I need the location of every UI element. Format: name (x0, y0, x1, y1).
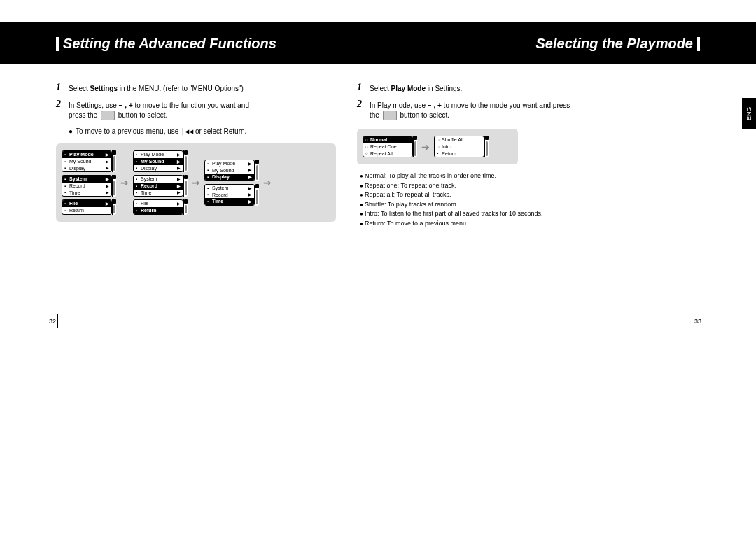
flow-arrow-icon: ➔ (192, 177, 200, 188)
jog-button-icon (383, 111, 397, 120)
flow-arrow-icon: ➔ (263, 177, 272, 188)
description-list: Normal: To play all the tracks in order … (357, 171, 623, 228)
step-2: 2 In Settings, use − , + to move to the … (56, 101, 336, 120)
page-divider-icon (692, 314, 692, 328)
menu-screen: ▪Play Mode▶ ▪My Sound▶ ▪Display▶ (133, 150, 188, 172)
title-bar-icon (56, 37, 59, 51)
menu-panel: ▪Play Mode▶ ▪My Sound▶ ▪Display▶ ▪System… (56, 143, 336, 222)
step-1: 1 Select Settings in the MENU. (refer to… (56, 84, 336, 94)
sub-note: ●To move to a previous menu, use |◀◀ or … (56, 127, 336, 135)
step-number: 2 (56, 99, 61, 110)
menu-screen: ▪File▶ ▪Return (62, 199, 116, 214)
menu-screen: ▪System▶ ▪Record▶ ▪Time▶ (204, 184, 259, 206)
step-number: 1 (56, 82, 61, 93)
header-band: Setting the Advanced Functions Selecting… (0, 22, 756, 64)
language-tab: ENG (742, 98, 756, 129)
jog-button-icon (101, 111, 115, 120)
left-title: Setting the Advanced Functions (56, 36, 276, 52)
page-divider-icon (57, 314, 58, 328)
menu-screen: ○Shuffle All ○Intro ▪Return (434, 136, 489, 157)
right-title: Selecting the Playmode (536, 36, 700, 52)
menu-screen: ○Normal ○Repeat One ○Repeat All (363, 136, 417, 157)
step-1: 1 Select Play Mode in Settings. (357, 84, 623, 94)
menu-screen: ▪File▶ ▪Return (133, 199, 188, 214)
page-number-left: 32 (49, 318, 56, 325)
menu-screen: ▪Play Mode▶ ▪My Sound▶ ▪Display▶ (62, 150, 116, 172)
flow-arrow-icon: ➔ (120, 177, 129, 188)
title-bar-icon (697, 37, 700, 51)
flow-arrow-icon: ➔ (421, 141, 430, 153)
step-2: 2 In Play mode, use − , + to move to the… (357, 101, 623, 120)
rewind-icon: |◀◀ (181, 127, 193, 135)
menu-screen: ▪Play Mode▶ ▪My Sound▶ ▪Display▶ (204, 160, 259, 181)
left-column: 1 Select Settings in the MENU. (refer to… (56, 84, 336, 222)
menu-screen: ▪System▶ ▪Record▶ ▪Time▶ (133, 175, 188, 197)
menu-screen: ▪System▶ ▪Record▶ ▪Time▶ (62, 175, 116, 197)
right-column: 1 Select Play Mode in Settings. 2 In Pla… (357, 84, 623, 228)
page-number-right: 33 (694, 318, 701, 325)
step-number: 1 (357, 82, 362, 93)
step-number: 2 (357, 99, 362, 110)
menu-panel: ○Normal ○Repeat One ○Repeat All ➔ ○Shuff… (357, 129, 518, 164)
